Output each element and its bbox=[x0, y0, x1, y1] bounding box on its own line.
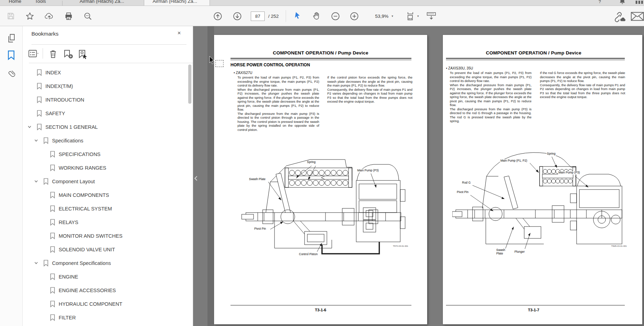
bookmark-item[interactable]: MAIN COMPONENTS bbox=[23, 188, 187, 202]
figure-label-spring: Spring bbox=[547, 152, 556, 156]
bookmark-item[interactable]: INDEX(T/M) bbox=[23, 79, 187, 93]
body-column-1: To prevent the load of main pumps (P1, P… bbox=[450, 71, 532, 124]
bookmark-item[interactable]: SOLENOID VALVE UNIT bbox=[23, 243, 187, 256]
page-thumbnails-icon[interactable] bbox=[7, 33, 16, 44]
tab-separator bbox=[62, 1, 63, 6]
new-bookmark-icon[interactable] bbox=[63, 50, 74, 59]
pdf-page-left[interactable]: COMPONENT OPERATION / Pump Device HORSE … bbox=[214, 35, 427, 324]
bookmark-icon bbox=[50, 246, 59, 253]
share-link-icon[interactable] bbox=[612, 11, 626, 23]
hand-tool-icon[interactable] bbox=[312, 12, 321, 21]
bookmark-item[interactable]: RELAYS bbox=[23, 215, 187, 229]
star-icon[interactable] bbox=[25, 12, 35, 21]
tab-document-2-active[interactable]: Airman (Hitachi) Za... bbox=[144, 0, 210, 6]
notifications-bell-icon[interactable] bbox=[619, 0, 626, 5]
zoom-out-icon[interactable] bbox=[331, 12, 340, 21]
bookmark-icon bbox=[50, 232, 59, 239]
zoom-level-value[interactable]: 53,9% bbox=[375, 14, 388, 19]
tab-bar: Home Tools Airman (Hitachi) Za... Airman… bbox=[0, 0, 644, 6]
close-icon[interactable]: × bbox=[177, 30, 181, 37]
page-display-toolbar-icon[interactable] bbox=[426, 11, 437, 21]
delete-bookmark-icon[interactable] bbox=[49, 50, 57, 59]
print-icon[interactable] bbox=[64, 12, 73, 21]
figure-label-main-pump-p3: Main Pump (P3) bbox=[558, 171, 580, 175]
bookmark-item-label: FILTER bbox=[59, 315, 76, 320]
bookmark-item[interactable]: WORKING RANGES bbox=[23, 161, 187, 175]
tab-tools[interactable]: Tools bbox=[35, 0, 46, 6]
bookmarks-panel: Bookmarks × INDEXINDEX(T/M)INTRODUCTIONS… bbox=[23, 26, 193, 326]
page-number-footer: T3-1-6 bbox=[230, 308, 411, 312]
bookmark-item-label: Specifications bbox=[52, 138, 83, 143]
main-toolbar: 87 / 252 53,9% ▾ ▾ bbox=[0, 6, 644, 26]
previous-page-icon[interactable] bbox=[213, 12, 222, 21]
page-total-label: / 252 bbox=[268, 14, 279, 19]
bookmark-icon bbox=[36, 124, 45, 131]
bookmark-icon bbox=[50, 192, 59, 199]
figure-label-pivot-pin: Pivot Pin bbox=[456, 191, 469, 194]
pump-cross-section-figure bbox=[452, 145, 634, 264]
bookmark-icon bbox=[50, 164, 59, 171]
bookmark-icon bbox=[36, 96, 45, 103]
bookmark-item[interactable]: Component Specifications bbox=[23, 256, 187, 270]
next-page-icon[interactable] bbox=[233, 12, 242, 21]
figure-label-swash-plate: Swash Plate bbox=[249, 178, 266, 181]
search-icon[interactable] bbox=[83, 12, 93, 21]
bookmark-item[interactable]: SAFETY bbox=[23, 106, 187, 120]
bookmark-item[interactable]: INDEX bbox=[23, 66, 187, 79]
tab-document-1[interactable]: Airman (Hitachi) Za... bbox=[80, 0, 124, 6]
bookmark-list: INDEXINDEX(T/M)INTRODUCTIONSAFETYSECTION… bbox=[23, 66, 187, 326]
tools-divider bbox=[43, 48, 43, 59]
bookmark-options-icon[interactable] bbox=[28, 50, 39, 58]
bookmark-item[interactable]: ENGINE ACCESSORIES bbox=[23, 283, 187, 297]
document-view[interactable]: COMPONENT OPERATION / Pump Device HORSE … bbox=[193, 26, 644, 326]
bookmark-item[interactable]: SECTION 1 GENERAL bbox=[23, 120, 187, 134]
bookmark-item[interactable]: ELECTRICAL SYSTEM bbox=[23, 202, 187, 215]
chevron-down-icon[interactable] bbox=[27, 125, 36, 129]
bookmark-item[interactable]: INTRODUCTION bbox=[23, 93, 187, 106]
select-tool-icon[interactable] bbox=[294, 12, 302, 21]
bookmark-item[interactable]: MONITOR AND SWITCHES bbox=[23, 229, 187, 243]
panel-scrollbar[interactable] bbox=[188, 65, 191, 104]
zoom-in-icon[interactable] bbox=[350, 12, 359, 21]
header-rule bbox=[230, 58, 411, 59]
bookmark-icon bbox=[43, 178, 52, 185]
bookmark-icon bbox=[36, 110, 45, 117]
zoom-dropdown-caret-icon[interactable]: ▾ bbox=[391, 14, 393, 18]
cloud-upload-icon[interactable] bbox=[44, 11, 54, 21]
chevron-down-icon[interactable] bbox=[34, 261, 43, 265]
header-rule-thin bbox=[446, 60, 625, 60]
fit-dropdown-caret-icon[interactable]: ▾ bbox=[417, 14, 419, 18]
page-header: COMPONENT OPERATION / Pump Device bbox=[230, 50, 411, 55]
bookmarks-panel-icon[interactable] bbox=[7, 50, 16, 60]
fit-width-icon[interactable] bbox=[405, 11, 416, 21]
chevron-down-icon[interactable] bbox=[34, 138, 43, 143]
figure-label-main-pump-p3: Main Pump (P3) bbox=[357, 169, 379, 172]
navigation-pane-strip bbox=[0, 26, 23, 326]
bookmark-item-label: ENGINE bbox=[59, 274, 78, 280]
tab-home[interactable]: Home bbox=[9, 0, 21, 6]
bookmark-item[interactable]: SPECIFICATIONS bbox=[23, 147, 187, 161]
attachments-icon[interactable] bbox=[7, 67, 16, 78]
bookmark-item-label: ENGINE ACCESSORIES bbox=[59, 288, 116, 293]
bookmark-item[interactable]: ENGINE bbox=[23, 270, 187, 283]
save-icon[interactable] bbox=[6, 12, 15, 21]
figure-label-main-pump-p1p2: Main Pump (P1, P2) bbox=[500, 159, 528, 163]
page-number-input[interactable]: 87 bbox=[251, 12, 265, 21]
pdf-page-right[interactable]: COMPONENT OPERATION / Pump Device • ZAXI… bbox=[443, 35, 642, 324]
chevron-down-icon[interactable] bbox=[34, 179, 43, 184]
email-icon[interactable] bbox=[631, 12, 644, 21]
bookmark-item[interactable]: HYDRAULIC COMPONENT bbox=[23, 297, 187, 311]
bookmark-item[interactable]: FILTER bbox=[23, 311, 187, 324]
collapse-panel-icon[interactable] bbox=[193, 170, 198, 186]
help-icon[interactable]: ? bbox=[599, 0, 601, 6]
page-edge-strip bbox=[207, 26, 214, 326]
bookmark-item-label: HYDRAULIC COMPONENT bbox=[59, 301, 122, 307]
mouse-cursor bbox=[209, 56, 215, 65]
header-rule bbox=[446, 58, 625, 59]
go-to-bookmark-icon[interactable] bbox=[78, 50, 88, 59]
bookmark-item[interactable]: Specifications bbox=[23, 134, 187, 147]
panel-title: Bookmarks bbox=[31, 31, 59, 37]
bookmark-item-label: ELECTRICAL SYSTEM bbox=[59, 206, 112, 212]
apps-menu-dots-icon[interactable] bbox=[636, 1, 643, 4]
bookmark-item[interactable]: Component Layout bbox=[23, 175, 187, 188]
